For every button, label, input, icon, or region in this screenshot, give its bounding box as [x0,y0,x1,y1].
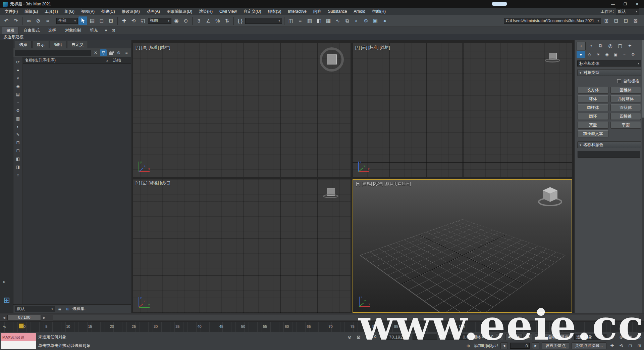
rectangular-selection-region-icon[interactable]: ◻ [97,16,106,25]
transform-typein-icon[interactable]: ⊞ [364,334,371,340]
menu-item-civil-view[interactable]: Civil View [216,9,240,14]
time-slider[interactable]: 0 / 100 [7,315,41,320]
menu-item-help[interactable]: 帮助(H) [369,9,389,14]
sort-ascending-icon[interactable]: ▲ [106,59,109,62]
cone-button[interactable]: 圆锥体 [610,87,641,94]
sync-selection-icon[interactable]: ⟳ [15,59,21,65]
teapot-button[interactable]: 茶壶 [578,122,608,129]
percent-snap-icon[interactable]: % [213,16,222,25]
menu-item-interactive[interactable]: Interactive [284,9,310,14]
mini-curve-editor-icon[interactable]: ∿ [3,324,6,329]
zoom-all-icon[interactable]: ⊕ [618,334,625,340]
explorer-tab-display[interactable]: 显示 [32,41,49,48]
grid-view-icon[interactable]: ⊞ [64,306,71,312]
ribbon-tab-populate[interactable]: 填充 [86,27,102,34]
collapse-all-icon[interactable]: ⊟ [15,148,21,154]
next-key-button[interactable]: |▶ [525,334,532,340]
selection-filter-dropdown[interactable]: 全部▾ [56,18,78,24]
show-materials-icon[interactable]: ◐ [15,124,21,130]
show-spacewarps-icon[interactable]: ≈ [15,99,21,105]
scene-explorer-toggle-icon[interactable]: ◧ [315,16,323,25]
maximize-viewport-icon[interactable]: ⊡ [627,342,634,349]
material-editor-icon[interactable]: ◐ [352,16,361,25]
geometry-category-dropdown[interactable]: 标准基本体▾ [577,60,641,67]
select-and-link-icon[interactable]: ∞ [24,16,33,25]
viewport-front-label[interactable]: [+] [前] [标准] [线框] [355,45,390,50]
select-and-move-icon[interactable]: ✚ [120,16,128,25]
viewport-front[interactable]: [+] [前] [标准] [线框] x z y [353,43,572,177]
list-view-icon[interactable]: ≡ [123,49,130,56]
ribbon-toggle-icon[interactable]: ▦ [324,16,333,25]
home-icon[interactable]: ⌂ [15,172,21,178]
schematic-view-icon[interactable]: ⧉ [343,16,352,25]
rendered-frame-window-icon[interactable]: ▣ [371,16,380,25]
menu-item-create[interactable]: 创建(C) [98,9,118,14]
show-grids-icon[interactable]: ▦ [15,116,21,122]
previous-frame-arrow-icon[interactable]: ◀ [2,316,6,319]
viewcube[interactable] [545,53,561,62]
y-coordinate-field[interactable] [413,334,437,340]
viewcube[interactable] [320,47,344,72]
text-plus-button[interactable]: 加强型文本 [578,130,608,137]
selected-dropdown[interactable]: 选定对象▾ [574,334,606,340]
render-setup-icon[interactable]: ⚙ [362,16,370,25]
category-geometry-icon[interactable]: ● [577,51,585,58]
maxscript-mini-listener[interactable]: MAXScript 迷 [1,333,36,349]
menu-item-content[interactable]: 内容 [310,9,325,14]
autogrid-checkbox[interactable] [617,79,621,83]
menu-item-edit[interactable]: 编辑(E) [21,9,41,14]
ribbon-tab-modeling[interactable]: 建模 [2,27,19,34]
cylinder-button[interactable]: 圆柱体 [578,104,608,111]
x-coordinate-field[interactable] [380,334,405,340]
redo-icon[interactable]: ↷ [11,16,20,25]
tab-display-icon[interactable]: ▢ [615,42,625,50]
select-and-manipulate-icon[interactable]: ⊙ [181,16,190,25]
snap-toggle-icon[interactable]: 3 [195,16,203,25]
menu-item-group[interactable]: 组(G) [61,9,78,14]
category-systems-icon[interactable]: ⚙ [629,51,637,58]
explorer-tab-customize[interactable]: 自定义 [67,41,88,48]
tab-modify-icon[interactable]: ∩ [586,42,595,50]
viewcube[interactable] [536,185,564,209]
asset-library-icon[interactable]: ⊟ [612,16,621,25]
menu-item-views[interactable]: 视图(V) [78,9,98,14]
window-crossing-icon[interactable]: ⊞ [107,16,115,25]
spinner-snap-icon[interactable]: ⇅ [223,16,231,25]
lock-icon[interactable] [108,49,114,56]
menu-item-animation[interactable]: 动画(A) [143,9,163,14]
freeze-column-header[interactable]: 冻结 [113,57,129,63]
maxscript-listener-pane[interactable] [1,341,36,349]
viewcube[interactable] [323,188,339,198]
plane-button[interactable]: 平面 [610,122,641,129]
walk-through-icon[interactable]: ⊞ [636,342,643,349]
go-to-end-button[interactable]: ▶| [535,334,542,340]
workspace-dropdown[interactable]: 默认▾ [616,8,639,14]
menu-item-graph-editors[interactable]: 图形编辑器(D) [163,9,196,14]
polygon-modeling-tab[interactable]: 多边形建模 [3,34,23,40]
reference-coordinate-system-dropdown[interactable]: 视图▾ [148,18,171,24]
unlink-selection-icon[interactable]: ⊘ [34,16,43,25]
menu-item-substance[interactable]: Substance [325,9,351,14]
viewport-top[interactable]: [+] [顶] [标准] [线框] x y z [133,43,351,177]
frame-forward-arrow-icon[interactable]: ▶ [532,342,539,349]
tab-create-icon[interactable]: + [577,42,586,50]
open-project-folder-icon[interactable]: ⊞ [602,16,611,25]
show-cameras-icon[interactable]: ◉ [15,83,21,89]
category-shapes-icon[interactable]: ◇ [585,51,594,58]
interactive-render-icon[interactable]: ⊠ [631,16,640,25]
select-and-scale-icon[interactable]: ◱ [139,16,147,25]
use-pivot-center-icon[interactable]: ◉ [172,16,181,25]
select-by-name-icon[interactable]: ▤ [88,16,97,25]
show-helpers-icon[interactable]: ▤ [15,91,21,97]
viewport-left-label[interactable]: [+] [左] [标准] [线框] [136,180,170,186]
pick-parent-icon[interactable]: ⊕ [115,49,122,56]
category-cameras-icon[interactable]: ◉ [603,51,611,58]
angle-snap-icon[interactable]: ∠ [204,16,213,25]
mirror-icon[interactable]: ◫ [286,16,295,25]
object-type-rollout[interactable]: ▾ 对象类型 [577,69,641,76]
pyramid-button[interactable]: 四棱锥 [610,113,641,120]
tab-motion-icon[interactable]: ◎ [606,42,615,50]
menu-item-rendering[interactable]: 渲染(R) [196,9,216,14]
box-button[interactable]: 长方体 [578,87,608,94]
project-folder-dropdown[interactable]: C:\Users\Administrator\Documents\3ds Max… [504,18,601,24]
